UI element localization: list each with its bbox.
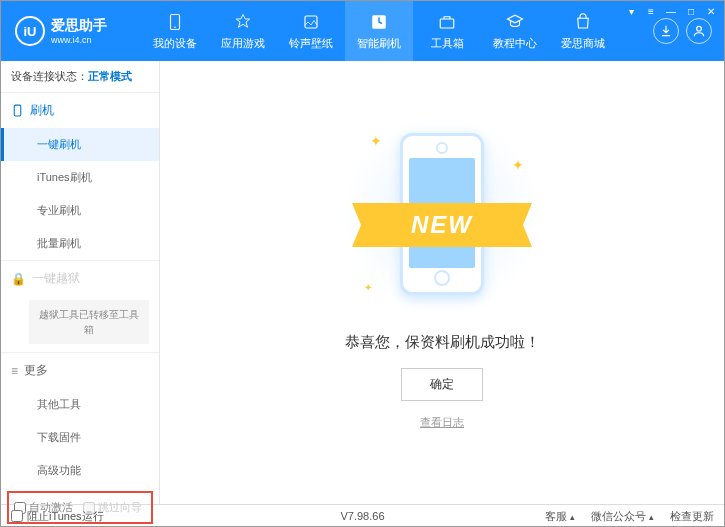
sidebar-head-flash[interactable]: 刷机 (1, 93, 159, 128)
sidebar-head-jailbreak: 🔒 一键越狱 (1, 261, 159, 296)
sidebar: 设备连接状态：正常模式 刷机 一键刷机 iTunes刷机 专业刷机 批量刷机 🔒… (1, 61, 160, 504)
svg-rect-4 (440, 19, 454, 28)
nav-my-device[interactable]: 我的设备 (141, 1, 209, 61)
lock-icon: 🔒 (11, 272, 26, 286)
sidebar-item-pro-flash[interactable]: 专业刷机 (1, 194, 159, 227)
nav-ringtone-wallpaper[interactable]: 铃声壁纸 (277, 1, 345, 61)
block-itunes-checkbox[interactable]: 阻止iTunes运行 (11, 509, 104, 524)
tray-icon[interactable]: ▾ (623, 4, 639, 18)
success-illustration: ✦ ✦ ✦ NEW (342, 115, 542, 315)
app-logo: iU 爱思助手 www.i4.cn (1, 16, 141, 46)
sidebar-item-oneclick-flash[interactable]: 一键刷机 (1, 128, 159, 161)
view-log-link[interactable]: 查看日志 (420, 415, 464, 430)
sidebar-item-batch-flash[interactable]: 批量刷机 (1, 227, 159, 260)
svg-point-5 (697, 26, 702, 31)
maximize-icon[interactable]: □ (683, 4, 699, 18)
sidebar-item-advanced[interactable]: 高级功能 (1, 454, 159, 487)
footer-link-wechat[interactable]: 微信公众号 ▴ (591, 509, 654, 524)
phone-icon (11, 104, 24, 117)
nav-tutorials[interactable]: 教程中心 (481, 1, 549, 61)
minimize-icon[interactable]: — (663, 4, 679, 18)
jailbreak-note: 越狱工具已转移至工具箱 (29, 300, 149, 344)
svg-point-1 (174, 27, 176, 29)
sidebar-item-download-firmware[interactable]: 下载固件 (1, 421, 159, 454)
nav-store[interactable]: 爱思商城 (549, 1, 617, 61)
sidebar-item-itunes-flash[interactable]: iTunes刷机 (1, 161, 159, 194)
device-status: 设备连接状态：正常模式 (1, 61, 159, 93)
version-label: V7.98.66 (340, 510, 384, 522)
ok-button[interactable]: 确定 (401, 368, 483, 401)
svg-rect-6 (14, 105, 21, 116)
success-message: 恭喜您，保资料刷机成功啦！ (345, 333, 540, 352)
nav-smart-flash[interactable]: 智能刷机 (345, 1, 413, 61)
list-icon: ≡ (11, 364, 18, 378)
new-ribbon: NEW (352, 203, 532, 247)
nav-apps-games[interactable]: 应用游戏 (209, 1, 277, 61)
sidebar-item-other-tools[interactable]: 其他工具 (1, 388, 159, 421)
footer-link-support[interactable]: 客服 ▴ (545, 509, 575, 524)
app-title: 爱思助手 (51, 17, 107, 35)
download-button[interactable] (653, 18, 679, 44)
main-content: ✦ ✦ ✦ NEW 恭喜您，保资料刷机成功啦！ 确定 查看日志 (160, 61, 724, 504)
user-button[interactable] (686, 18, 712, 44)
footer-link-update[interactable]: 检查更新 (670, 509, 714, 524)
nav-toolbox[interactable]: 工具箱 (413, 1, 481, 61)
close-icon[interactable]: ✕ (703, 4, 719, 18)
app-subtitle: www.i4.cn (51, 35, 107, 45)
sidebar-head-more[interactable]: ≡ 更多 (1, 353, 159, 388)
menu-icon[interactable]: ≡ (643, 4, 659, 18)
